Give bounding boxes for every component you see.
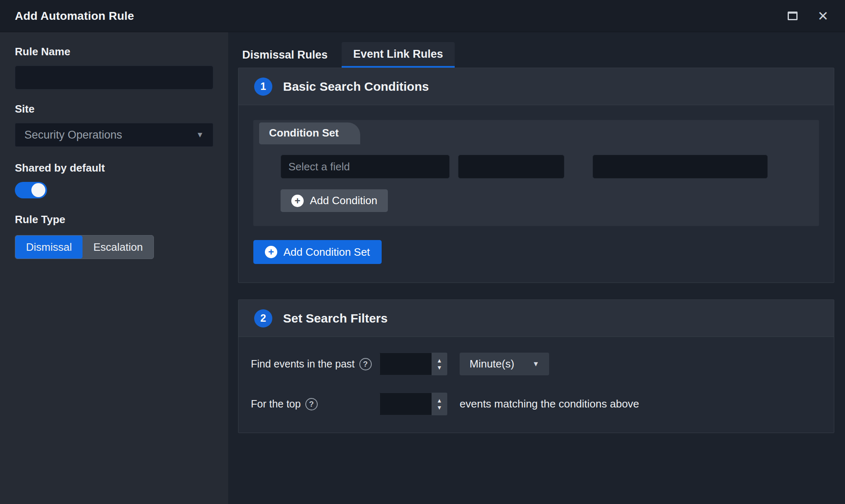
set-search-filters-body: Find events in the past ? ▲ ▼ Minute(s) … <box>238 337 834 433</box>
step-up-icon[interactable]: ▲ <box>437 358 442 363</box>
condition-row <box>281 155 804 179</box>
site-select-value: Security Operations <box>24 129 122 141</box>
chevron-down-icon: ▼ <box>196 130 204 139</box>
tab-dismissal-rules[interactable]: Dismissal Rules <box>238 42 332 68</box>
rule-type-label: Rule Type <box>15 213 213 226</box>
basic-search-conditions-body: Condition Set + Add Condition + Add Cond… <box>238 105 834 283</box>
step-down-icon[interactable]: ▼ <box>437 405 442 410</box>
window-controls: ✕ <box>788 9 828 23</box>
shared-by-default-toggle[interactable] <box>15 182 47 198</box>
step-up-icon[interactable]: ▲ <box>437 398 442 403</box>
top-events-suffix: events matching the conditions above <box>460 398 639 410</box>
top-events-label-group: For the top ? <box>251 398 380 410</box>
time-unit-select[interactable]: Minute(s) ▼ <box>460 353 549 375</box>
chevron-down-icon: ▼ <box>532 360 539 368</box>
condition-value-input[interactable] <box>592 155 768 179</box>
add-condition-label: Add Condition <box>310 194 377 207</box>
close-icon[interactable]: ✕ <box>817 9 828 23</box>
maximize-icon[interactable] <box>788 12 798 20</box>
rule-type-option-escalation[interactable]: Escalation <box>83 236 153 259</box>
step-down-icon[interactable]: ▼ <box>437 365 442 370</box>
basic-search-conditions-title: Basic Search Conditions <box>283 80 429 94</box>
stepper-arrows: ▲ ▼ <box>432 353 447 375</box>
time-value-input[interactable] <box>380 353 432 375</box>
stepper-arrows: ▲ ▼ <box>432 393 447 415</box>
set-search-filters-header: 2 Set Search Filters <box>238 300 834 337</box>
site-label: Site <box>15 103 213 115</box>
basic-search-conditions-panel: 1 Basic Search Conditions Condition Set … <box>238 68 834 283</box>
set-search-filters-title: Set Search Filters <box>283 311 387 325</box>
shared-by-default-label: Shared by default <box>15 162 213 174</box>
condition-set-tab-label: Condition Set <box>259 122 360 144</box>
top-events-input[interactable] <box>380 393 432 415</box>
titlebar: Add Automation Rule ✕ <box>0 0 845 32</box>
find-events-row: Find events in the past ? ▲ ▼ Minute(s) … <box>251 353 819 375</box>
time-unit-value: Minute(s) <box>470 358 514 370</box>
add-condition-set-label: Add Condition Set <box>283 246 370 259</box>
main-content: Dismissal Rules Event Link Rules 1 Basic… <box>228 32 845 504</box>
rule-name-input[interactable] <box>15 66 213 89</box>
condition-field-select[interactable] <box>281 155 450 179</box>
rule-type-option-dismissal[interactable]: Dismissal <box>15 236 83 259</box>
dialog-body: Rule Name Site Security Operations ▼ Sha… <box>0 32 845 504</box>
condition-operator-input[interactable] <box>458 155 564 179</box>
toggle-knob <box>31 183 45 197</box>
plus-icon: + <box>291 195 304 207</box>
help-icon[interactable]: ? <box>305 398 318 410</box>
rule-type-segmented-control: Dismissal Escalation <box>15 235 154 259</box>
tab-event-link-rules[interactable]: Event Link Rules <box>342 42 455 68</box>
window-title: Add Automation Rule <box>15 9 134 23</box>
rule-name-label: Rule Name <box>15 45 213 58</box>
find-events-label: Find events in the past <box>251 358 355 370</box>
help-icon[interactable]: ? <box>359 358 372 370</box>
time-value-stepper: ▲ ▼ <box>380 353 447 375</box>
top-events-stepper: ▲ ▼ <box>380 393 447 415</box>
top-events-label: For the top <box>251 398 301 410</box>
set-search-filters-panel: 2 Set Search Filters Find events in the … <box>238 299 834 433</box>
basic-search-conditions-header: 1 Basic Search Conditions <box>238 68 834 105</box>
step-1-badge: 1 <box>254 78 272 96</box>
top-events-row: For the top ? ▲ ▼ events matching the co… <box>251 393 819 415</box>
rules-tabs: Dismissal Rules Event Link Rules <box>238 40 834 68</box>
condition-set-group: Condition Set + Add Condition <box>253 120 819 226</box>
step-2-badge: 2 <box>254 309 272 327</box>
find-events-label-group: Find events in the past ? <box>251 358 380 370</box>
sidebar: Rule Name Site Security Operations ▼ Sha… <box>0 32 228 504</box>
add-condition-button[interactable]: + Add Condition <box>281 189 388 212</box>
plus-icon: + <box>265 246 277 258</box>
site-select[interactable]: Security Operations ▼ <box>15 123 213 147</box>
add-condition-set-button[interactable]: + Add Condition Set <box>253 240 382 264</box>
